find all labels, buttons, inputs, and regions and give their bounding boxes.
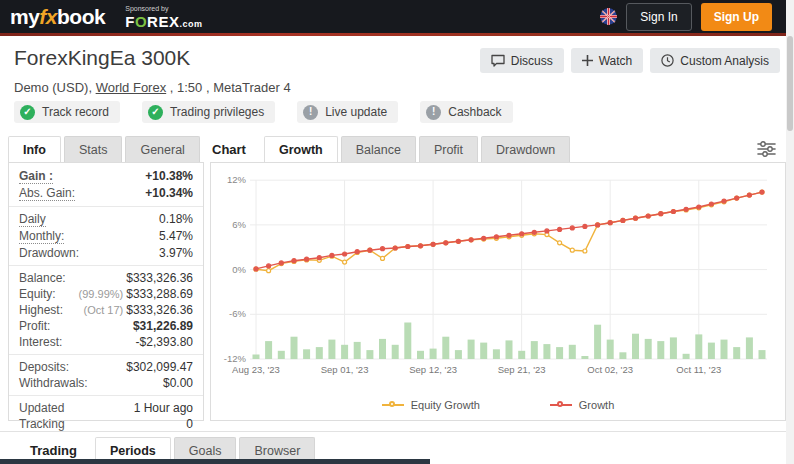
forex-sponsor-logo[interactable]: Sponsored by FOREX.com — [125, 5, 202, 29]
info-label: Interest: — [19, 335, 62, 349]
verification-badges: ✓Track record✓Trading privileges!Live up… — [14, 101, 513, 123]
chart-tab-drawdown[interactable]: Drawdown — [481, 136, 570, 163]
table-header-strip — [0, 459, 430, 464]
forex-brand: FOREX.com — [125, 14, 202, 29]
custom-analysis-button[interactable]: Custom Analysis — [650, 48, 780, 73]
info-label: Deposits: — [19, 360, 69, 374]
info-label: Drawdown: — [19, 246, 79, 260]
broker-link[interactable]: World Forex — [96, 80, 167, 95]
info-value: 0 — [186, 417, 193, 431]
chart-tab-profit[interactable]: Profit — [419, 136, 478, 163]
scrollbar-thumb[interactable] — [787, 36, 793, 131]
info-label: Abs. Gain: — [19, 186, 75, 201]
subtitle-prefix: Demo (USD), — [14, 80, 96, 95]
badge-trading-privileges[interactable]: ✓Trading privileges — [142, 101, 275, 123]
info-value-note: (Oct 17) — [83, 304, 126, 316]
legend-marker-icon — [550, 401, 572, 409]
info-value: -$2,393.80 — [136, 335, 193, 349]
info-value: +10.38% — [145, 169, 193, 183]
chart-settings-icon[interactable] — [757, 141, 776, 161]
svg-text:Oct 11, '23: Oct 11, '23 — [676, 364, 721, 375]
info-label: Equity: — [19, 287, 56, 301]
info-value: $333,326.36 — [126, 271, 193, 285]
exclamation-circle-icon: ! — [303, 105, 318, 120]
info-value: 1 Hour ago — [134, 401, 193, 415]
header-actions: Sign In Sign Up — [600, 3, 772, 31]
legend-label: Equity Growth — [411, 399, 480, 411]
info-row: Profit:$31,226.89 — [9, 318, 203, 334]
page-title: ForexKingEa 300K — [14, 46, 190, 70]
info-row: Daily0.18% — [9, 211, 203, 228]
info-row: Drawdown:3.97% — [9, 245, 203, 261]
info-value: $302,099.47 — [126, 360, 193, 374]
svg-text:6%: 6% — [232, 219, 246, 230]
badge-live-update[interactable]: !Live update — [297, 101, 398, 123]
info-row: Monthly:5.47% — [9, 228, 203, 245]
legend-item-equity-growth[interactable]: Equity Growth — [382, 399, 480, 411]
info-panel-tabs: InfoStatsGeneral — [8, 136, 203, 163]
svg-text:0%: 0% — [232, 264, 246, 275]
info-tab-info[interactable]: Info — [8, 136, 61, 163]
legend-item-growth[interactable]: Growth — [550, 399, 614, 411]
discuss-button[interactable]: Discuss — [480, 48, 564, 73]
svg-text:Sep 21, '23: Sep 21, '23 — [498, 364, 546, 375]
badge-label: Trading privileges — [170, 105, 264, 119]
growth-chart[interactable]: 12%6%0%-6%-12%Aug 23, '23Sep 01, '23Sep … — [211, 165, 785, 390]
subtitle-suffix: , 1:50 , MetaTrader 4 — [166, 80, 291, 95]
info-row: Balance:$333,326.36 — [9, 270, 203, 286]
svg-text:Aug 23, '23: Aug 23, '23 — [232, 364, 280, 375]
growth-chart-card: 12%6%0%-6%-12%Aug 23, '23Sep 01, '23Sep … — [210, 162, 786, 421]
info-value: (Oct 17) $333,326.36 — [83, 303, 193, 317]
info-group-divider — [9, 206, 203, 207]
logo-book: book — [57, 5, 105, 28]
info-row: Highest:(Oct 17) $333,326.36 — [9, 302, 203, 318]
title-action-buttons: DiscussWatchCustom Analysis — [480, 48, 780, 73]
exclamation-circle-icon: ! — [426, 105, 441, 120]
logo-my: my — [10, 5, 39, 28]
svg-text:Sep 12, '23: Sep 12, '23 — [409, 364, 457, 375]
info-group-divider — [9, 265, 203, 266]
badge-cashback[interactable]: !Cashback — [420, 101, 512, 123]
chart-tab-growth[interactable]: Growth — [264, 136, 338, 163]
vertical-scrollbar[interactable] — [786, 0, 794, 464]
badge-label: Cashback — [448, 105, 501, 119]
forex-o-mark: O — [135, 13, 147, 30]
info-value: $0.00 — [163, 376, 193, 390]
sign-in-button[interactable]: Sign In — [626, 3, 691, 31]
svg-text:-6%: -6% — [229, 308, 246, 319]
info-tab-stats[interactable]: Stats — [64, 136, 123, 163]
info-row: Interest:-$2,393.80 — [9, 334, 203, 350]
info-row: Withdrawals:$0.00 — [9, 375, 203, 391]
plus-icon — [582, 55, 593, 66]
chart-tab-balance[interactable]: Balance — [341, 136, 416, 163]
bottom-section-divider — [0, 431, 794, 432]
info-label: Tracking — [19, 417, 65, 431]
info-value: $31,226.89 — [133, 319, 193, 333]
badge-track-record[interactable]: ✓Track record — [14, 101, 120, 123]
info-group-divider — [9, 395, 203, 396]
info-label: Highest: — [19, 303, 63, 317]
language-flag-icon[interactable] — [600, 8, 617, 25]
info-value-note: (99.99%) — [79, 288, 127, 300]
info-panel: Gain :+10.38%Abs. Gain:+10.34%Daily0.18%… — [8, 162, 204, 421]
info-label: Gain : — [19, 169, 53, 184]
watch-button[interactable]: Watch — [571, 48, 644, 73]
info-row: Equity:(99.99%) $333,288.69 — [9, 286, 203, 302]
info-value: (99.99%) $333,288.69 — [79, 287, 193, 301]
info-row: Abs. Gain:+10.34% — [9, 185, 203, 202]
legend-label: Growth — [579, 399, 614, 411]
info-value: 3.97% — [159, 246, 193, 260]
chart-tabs: ChartGrowthBalanceProfitDrawdown — [210, 136, 573, 163]
myfxbook-logo[interactable]: myfxbook — [10, 5, 105, 29]
check-circle-icon: ✓ — [148, 105, 163, 120]
sign-up-button[interactable]: Sign Up — [701, 3, 772, 31]
top-header: myfxbook Sponsored by FOREX.com Sign In … — [0, 0, 786, 33]
info-row: Gain :+10.38% — [9, 168, 203, 185]
svg-text:12%: 12% — [227, 174, 247, 185]
info-row: Updated1 Hour ago — [9, 400, 203, 416]
svg-text:-12%: -12% — [224, 353, 247, 364]
info-tab-general[interactable]: General — [125, 136, 199, 163]
info-value: 0.18% — [159, 212, 193, 226]
header-red-divider — [0, 33, 794, 36]
svg-text:Oct 02, '23: Oct 02, '23 — [587, 364, 633, 375]
